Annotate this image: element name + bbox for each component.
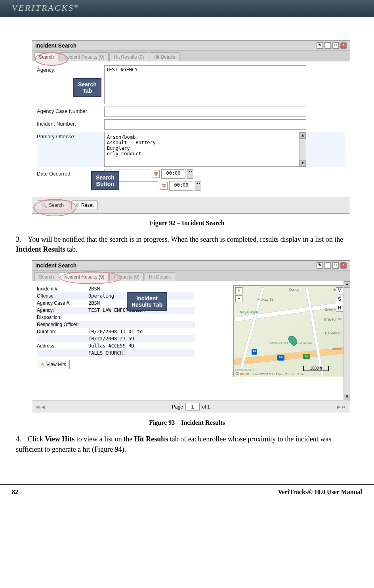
- scroll-down-icon[interactable]: ▼: [300, 160, 306, 166]
- figure-93-caption: Figure 93 – Incident Results: [16, 419, 358, 426]
- scrollbar[interactable]: ▲ ▼: [299, 132, 306, 166]
- calendar-icon[interactable]: 📅: [160, 182, 168, 190]
- detail-label: [37, 350, 88, 356]
- detail-value: 10/22/2008 23:59: [88, 336, 134, 342]
- offense-option[interactable]: Arson/bomb: [107, 134, 303, 140]
- map-attribution: data ©2008 Tele Atlas - Terms of Use: [252, 372, 304, 376]
- page-number: 82: [12, 489, 18, 496]
- tab-hit-details[interactable]: Hit Details: [149, 52, 179, 61]
- reset-button-label: Reset: [81, 202, 94, 208]
- refresh-icon[interactable]: ↻: [317, 262, 323, 269]
- incident-number-input[interactable]: [104, 119, 306, 130]
- callout-search-tab: Search Tab: [73, 78, 101, 97]
- agency-case-input[interactable]: [104, 107, 306, 117]
- map-park-label: Royal Park: [240, 310, 258, 314]
- detail-label: Agency:: [37, 307, 88, 313]
- detail-label: Agency Case #:: [37, 300, 88, 306]
- maximize-icon[interactable]: □: [332, 262, 339, 269]
- view-hits-label: View Hits: [46, 362, 66, 367]
- detail-label: Responding Officer:: [37, 322, 88, 327]
- time-to-input[interactable]: 00:00: [169, 181, 193, 191]
- detail-value: Dullas ACCESS RD: [88, 343, 134, 349]
- step-4-text: 4.Click View Hits to view a list on the …: [16, 434, 358, 454]
- panel-title: Incident Search: [35, 262, 76, 269]
- tab-hit-results[interactable]: Hit Results (0): [109, 52, 148, 61]
- detail-value: 2BSM: [88, 300, 100, 306]
- manual-title: VeriTracks® 10.0 User Manual: [278, 489, 362, 496]
- route-shield: 66: [277, 355, 284, 361]
- logo-text: VERITRACKS: [12, 3, 74, 13]
- offense-option[interactable]: erly Conduct: [107, 151, 303, 157]
- detail-label: Address:: [37, 343, 88, 349]
- scroll-up-icon[interactable]: ▲: [300, 132, 306, 139]
- search-tab-highlight: [35, 52, 68, 66]
- step-3-text: 3.You will be notified that the search i…: [16, 235, 358, 254]
- panel-title: Incident Search: [35, 42, 76, 49]
- map-road-label: Dulles: [289, 288, 299, 292]
- time-spinner[interactable]: ▲▾: [195, 181, 201, 191]
- map-scale: 1000 ft: [303, 366, 329, 371]
- callout-incident-results-tab: Incident Results Tab: [127, 292, 167, 311]
- primary-offense-list[interactable]: Arson/bomb Assault - Battery Burglary er…: [104, 132, 306, 167]
- detail-value: 10/20/2008 13:01 to: [88, 329, 143, 334]
- logo: VERITRACKS®: [12, 3, 79, 13]
- detail-label: Incident #:: [37, 286, 88, 292]
- callout-search-button: Search Button: [91, 171, 119, 190]
- pager-of-label: of 1: [202, 404, 210, 410]
- minimize-icon[interactable]: —: [324, 42, 331, 49]
- tab-search[interactable]: Search: [34, 272, 58, 281]
- scrollbar[interactable]: ▲ ▼: [343, 281, 350, 400]
- incident-search-panel: Incident Search ↻ — □ × Search Incident …: [32, 40, 350, 214]
- close-icon[interactable]: ×: [340, 42, 347, 49]
- pager-page-label: Page: [172, 404, 183, 410]
- metro-icon: M: [252, 349, 257, 355]
- detail-value: Operating: [88, 293, 114, 299]
- map-road-label: Grayson Pl: [324, 317, 342, 321]
- pager-last-icon[interactable]: ⏭: [342, 404, 347, 410]
- scroll-down-icon[interactable]: ▼: [344, 394, 350, 400]
- minimize-icon[interactable]: —: [324, 262, 331, 269]
- time-spinner[interactable]: ▲▾: [187, 169, 193, 179]
- primary-offense-label: Primary Offense:: [37, 132, 104, 139]
- time-from-input[interactable]: 00:00: [161, 169, 185, 179]
- detail-label: [37, 336, 88, 342]
- refresh-icon[interactable]: ↻: [317, 42, 323, 49]
- map-type-s[interactable]: S: [336, 296, 343, 303]
- detail-label: Duration:: [37, 329, 88, 334]
- incident-number-label: Incident Number:: [37, 119, 104, 127]
- search-button-highlight: [33, 199, 76, 216]
- tab-hit-details[interactable]: Hit Details: [145, 272, 175, 281]
- offense-option[interactable]: Assault - Battery: [107, 140, 303, 145]
- pager-prev-icon[interactable]: ◀: [42, 404, 45, 410]
- agency-value: TEST AGENCY: [106, 67, 137, 73]
- agency-case-label: Agency Case Number:: [37, 107, 104, 114]
- map-road-label: Turner: [331, 347, 342, 351]
- google-logo: Google: [235, 372, 249, 376]
- detail-label: Offense:: [37, 293, 88, 299]
- offense-option[interactable]: Burglary: [107, 145, 303, 151]
- figure-92-caption: Figure 92 – Incident Search: [16, 220, 358, 227]
- map-powered-by: POWERED BY: [235, 368, 254, 371]
- map-road-label: McKay St: [258, 298, 273, 302]
- map-zoom-out[interactable]: −: [235, 295, 242, 302]
- map-zoom-in[interactable]: +: [235, 287, 242, 294]
- detail-label: Disposition:: [37, 315, 88, 320]
- pager-first-icon[interactable]: ⏮: [35, 404, 40, 410]
- map-type-m[interactable]: M: [336, 287, 343, 294]
- logo-symbol: ®: [74, 3, 79, 9]
- map-road-label: Berkley Ct: [325, 331, 342, 335]
- calendar-icon[interactable]: 📅: [152, 170, 160, 178]
- agency-textarea[interactable]: TEST AGENCY: [104, 65, 306, 104]
- route-shield: 67: [303, 354, 310, 359]
- map-type-h[interactable]: H: [336, 305, 343, 312]
- close-icon[interactable]: ×: [340, 262, 347, 269]
- scroll-up-icon[interactable]: ▲: [344, 281, 350, 288]
- view-hits-button[interactable]: ★ View Hits: [37, 360, 70, 369]
- app-header: VERITRACKS®: [0, 0, 374, 17]
- map[interactable]: Dulles Hutchi McKay St Royal Park Greenw…: [233, 285, 345, 377]
- pager-next-icon[interactable]: ▶: [337, 404, 340, 410]
- maximize-icon[interactable]: □: [332, 42, 339, 49]
- agency-label: Agency:: [37, 65, 104, 73]
- pager-page-input[interactable]: [185, 403, 200, 410]
- detail-value: 2BSM: [88, 286, 100, 292]
